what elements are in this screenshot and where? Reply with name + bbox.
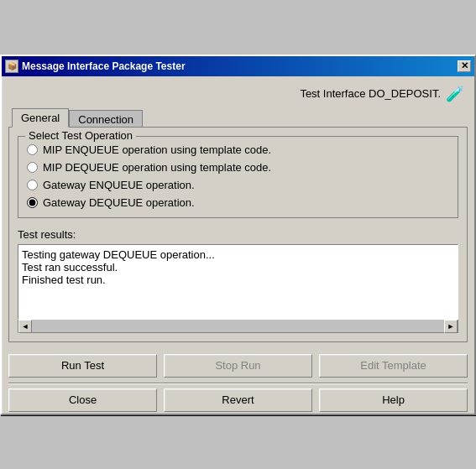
- radio-label-4: Gateway DEQUEUE operation.: [43, 196, 195, 209]
- horizontal-scrollbar[interactable]: ◄ ►: [18, 320, 458, 333]
- radio-label-1: MIP ENQUEUE operation using template cod…: [43, 143, 271, 156]
- stop-run-button[interactable]: Stop Run: [164, 354, 312, 378]
- radio-option-1[interactable]: MIP ENQUEUE operation using template cod…: [27, 143, 449, 156]
- radio-mip-enqueue[interactable]: [27, 144, 38, 155]
- test-results-section: Test results: Testing gateway DEQUEUE op…: [18, 228, 458, 333]
- radio-label-3: Gateway ENQUEUE operation.: [43, 179, 195, 191]
- scroll-left-button[interactable]: ◄: [18, 320, 32, 333]
- tab-general[interactable]: General: [12, 108, 69, 128]
- close-icon[interactable]: ✕: [458, 60, 471, 72]
- radio-label-2: MIP DEQUEUE operation using template cod…: [43, 161, 271, 174]
- revert-button[interactable]: Revert: [164, 388, 312, 412]
- run-test-button[interactable]: Run Test: [8, 354, 157, 378]
- edit-template-button[interactable]: Edit Template: [319, 354, 468, 378]
- window-title: Message Interface Package Tester: [22, 60, 186, 72]
- group-legend: Select Test Operation: [25, 129, 136, 142]
- test-results-label: Test results:: [18, 228, 458, 241]
- tab-content-general: Select Test Operation MIP ENQUEUE operat…: [8, 127, 468, 342]
- radio-mip-dequeue[interactable]: [27, 162, 38, 173]
- radio-option-2[interactable]: MIP DEQUEUE operation using template cod…: [27, 161, 449, 174]
- close-button[interactable]: Close: [8, 388, 157, 412]
- test-results-textarea[interactable]: Testing gateway DEQUEUE operation... Tes…: [18, 244, 458, 320]
- window-body: Test Interface DO_DEPOSIT. 🧪 General Con…: [2, 76, 474, 349]
- radio-option-3[interactable]: Gateway ENQUEUE operation.: [27, 179, 449, 191]
- scroll-right-button[interactable]: ►: [444, 320, 458, 333]
- title-bar: 📦 Message Interface Package Tester ✕: [2, 56, 474, 76]
- help-button[interactable]: Help: [319, 388, 468, 412]
- title-bar-left: 📦 Message Interface Package Tester: [5, 60, 186, 73]
- flask-icon: 🧪: [446, 85, 464, 103]
- radio-option-4[interactable]: Gateway DEQUEUE operation.: [27, 196, 449, 209]
- header-subtitle-text: Test Interface DO_DEPOSIT.: [300, 87, 441, 100]
- window-icon: 📦: [5, 60, 18, 73]
- main-window: 📦 Message Interface Package Tester ✕ Tes…: [0, 55, 476, 415]
- header-subtitle-line: Test Interface DO_DEPOSIT. 🧪: [8, 81, 468, 108]
- select-test-operation-group: Select Test Operation MIP ENQUEUE operat…: [18, 136, 458, 218]
- radio-gateway-dequeue[interactable]: [27, 197, 38, 208]
- scroll-track[interactable]: [32, 320, 444, 332]
- button-row-1: Run Test Stop Run Edit Template: [2, 349, 474, 379]
- button-row-2: Close Revert Help: [2, 383, 474, 414]
- radio-gateway-enqueue[interactable]: [27, 180, 38, 190]
- tab-bar: General Connection: [8, 108, 468, 128]
